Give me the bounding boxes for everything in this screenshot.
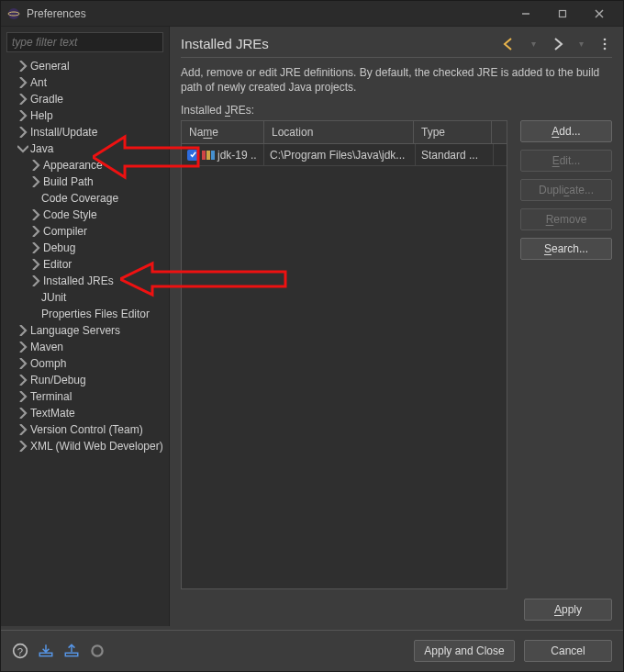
table-header: Name Location Type: [182, 121, 507, 144]
tree-item-label: JUnit: [41, 291, 66, 304]
tree-item-label: TextMate: [30, 407, 75, 420]
tree-item[interactable]: XML (Wild Web Developer): [1, 438, 169, 454]
tree-item[interactable]: Gradle: [1, 91, 169, 107]
tree-item-label: Maven: [30, 341, 63, 353]
twisty-icon[interactable]: [17, 441, 28, 452]
col-name[interactable]: Name: [182, 121, 264, 143]
tree-item-label: Editor: [43, 258, 72, 271]
tree-item[interactable]: Maven: [1, 339, 169, 355]
col-type[interactable]: Type: [414, 121, 492, 143]
tree-item[interactable]: Language Servers: [1, 322, 169, 339]
svg-text:?: ?: [17, 646, 23, 657]
twisty-icon[interactable]: [30, 176, 41, 187]
twisty-icon[interactable]: [17, 61, 28, 72]
tree-item[interactable]: Code Coverage: [1, 190, 169, 207]
twisty-icon[interactable]: [17, 127, 28, 138]
nav-back-icon[interactable]: [502, 37, 517, 51]
twisty-icon[interactable]: [30, 226, 41, 237]
tree-item-label: Code Style: [43, 208, 97, 221]
tree-item[interactable]: Installed JREs: [1, 273, 169, 289]
tree-item[interactable]: Java: [1, 140, 169, 157]
svg-point-7: [604, 42, 607, 45]
tree-item[interactable]: Build Path: [1, 174, 169, 190]
tree-item[interactable]: Install/Update: [1, 124, 169, 140]
export-icon[interactable]: [63, 643, 80, 659]
tree-item[interactable]: Properties Files Editor: [1, 306, 169, 322]
titlebar: Preferences: [1, 1, 623, 27]
tree-item-label: Oomph: [30, 357, 66, 370]
twisty-icon[interactable]: [17, 424, 28, 435]
tree-item[interactable]: Help: [1, 107, 169, 124]
edit-button[interactable]: Edit...: [520, 150, 612, 172]
twisty-icon[interactable]: [17, 143, 28, 154]
apply-close-button[interactable]: Apply and Close: [414, 640, 515, 662]
twisty-icon[interactable]: [30, 209, 41, 220]
maximize-button[interactable]: [544, 1, 581, 27]
help-icon[interactable]: ?: [12, 643, 28, 659]
tree-item-label: Debug: [43, 241, 75, 254]
twisty-icon[interactable]: [17, 110, 28, 121]
search-button[interactable]: Search...: [520, 238, 612, 260]
col-location[interactable]: Location: [264, 121, 414, 143]
twisty-icon[interactable]: [17, 358, 28, 369]
tree-item-label: Gradle: [30, 93, 63, 106]
apply-button[interactable]: Apply: [524, 599, 612, 621]
dialog-footer: ? Apply and Close Cancel: [1, 631, 623, 671]
tree-item[interactable]: Terminal: [1, 388, 169, 405]
tree-item[interactable]: Code Style: [1, 207, 169, 223]
kebab-menu-icon[interactable]: [597, 37, 612, 51]
tree-item[interactable]: Compiler: [1, 223, 169, 240]
checkbox-icon[interactable]: [187, 150, 198, 161]
tree-item-label: Compiler: [43, 225, 87, 238]
svg-point-0: [8, 8, 19, 19]
tree-item[interactable]: Debug: [1, 240, 169, 256]
twisty-icon[interactable]: [17, 408, 28, 419]
nav-sep2: ▾: [574, 37, 588, 51]
twisty-icon[interactable]: [30, 275, 41, 286]
main-panel: Installed JREs ▾ ▾ Add, remove or edi: [170, 27, 623, 626]
jre-table[interactable]: Name Location Type jdk-19 ..C:\Program F…: [181, 120, 507, 589]
tree-item[interactable]: Appearance: [1, 157, 169, 174]
tree-item[interactable]: TextMate: [1, 405, 169, 421]
nav-forward-icon[interactable]: [550, 37, 564, 51]
nav-sep: ▾: [526, 37, 540, 51]
tree-item[interactable]: Ant: [1, 74, 169, 91]
close-button[interactable]: [581, 1, 618, 27]
twisty-icon[interactable]: [17, 77, 28, 88]
add-button[interactable]: Add...: [520, 120, 612, 142]
tree-item[interactable]: Run/Debug: [1, 372, 169, 388]
tree-item[interactable]: Version Control (Team): [1, 421, 169, 438]
import-icon[interactable]: [38, 643, 54, 659]
jre-icon: [202, 151, 215, 160]
tree-item[interactable]: General: [1, 58, 169, 74]
twisty-icon[interactable]: [30, 242, 41, 253]
sidebar: GeneralAntGradleHelpInstall/UpdateJavaAp…: [1, 27, 170, 626]
tree-item-label: Version Control (Team): [30, 423, 143, 436]
cancel-button[interactable]: Cancel: [524, 640, 612, 662]
tree-item-label: Properties Files Editor: [41, 308, 150, 320]
table-label: Installed JREs:: [181, 104, 507, 117]
tree-item[interactable]: Editor: [1, 256, 169, 273]
filter-input[interactable]: [6, 32, 163, 52]
twisty-icon[interactable]: [17, 325, 28, 336]
remove-button[interactable]: Remove: [520, 208, 612, 230]
minimize-button[interactable]: [507, 1, 544, 27]
preferences-tree[interactable]: GeneralAntGradleHelpInstall/UpdateJavaAp…: [1, 58, 169, 626]
tree-item-label: Appearance: [43, 159, 103, 172]
svg-point-13: [92, 645, 102, 655]
tree-item-label: Java: [30, 142, 53, 155]
twisty-icon[interactable]: [30, 259, 41, 270]
tree-item-label: Run/Debug: [30, 374, 86, 386]
twisty-icon[interactable]: [17, 94, 28, 105]
duplicate-button[interactable]: Duplicate...: [520, 179, 612, 201]
twisty-icon[interactable]: [17, 391, 28, 402]
twisty-icon[interactable]: [17, 375, 28, 386]
table-row[interactable]: jdk-19 ..C:\Program Files\Java\jdk...Sta…: [182, 144, 507, 166]
twisty-icon[interactable]: [30, 160, 41, 171]
tree-item-label: Install/Update: [30, 126, 97, 139]
twisty-icon[interactable]: [17, 342, 28, 353]
progress-icon[interactable]: [89, 643, 106, 659]
tree-item[interactable]: Oomph: [1, 355, 169, 372]
tree-item[interactable]: JUnit: [1, 289, 169, 306]
tree-item-label: Language Servers: [30, 324, 120, 337]
